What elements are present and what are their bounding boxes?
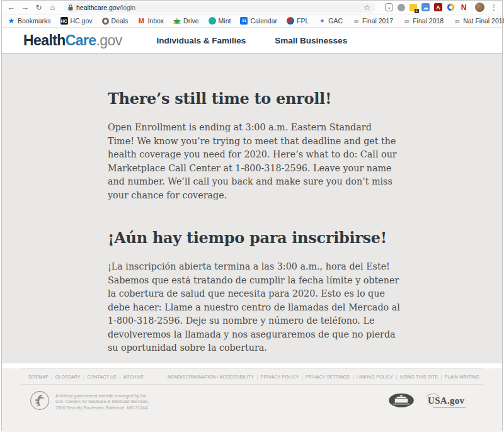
enrollment-message: There’s still time to enroll! Open Enrol…	[108, 54, 400, 373]
address-bar[interactable]: healthcare.gov/login ☆	[63, 3, 375, 13]
extensions-row: ⌄ 1 ☁ A N	[385, 3, 468, 12]
browser-window: ← → ↻ ⌂ healthcare.gov/login ☆ ⌄ 1 ☁ A N…	[1, 0, 503, 431]
notes-extension-icon[interactable]: 1	[410, 4, 417, 11]
deals-favicon	[102, 18, 109, 25]
footer-links-left: SITEMAP GLOSSARY CONTACT US ARCHIVE	[28, 375, 144, 379]
bookmark-nat-final-2018[interactable]: ss Nat Final 2018	[453, 17, 504, 25]
bookmark-label: Inbox	[147, 17, 164, 25]
agency-line-3: 7500 Security Boulevard, Baltimore, MD 2…	[55, 405, 149, 411]
sas-favicon: ss	[352, 17, 360, 25]
healthcare-gov-logo[interactable]: HealthCare.gov	[23, 32, 122, 49]
nav-small-businesses[interactable]: Small Businesses	[275, 36, 347, 45]
english-paragraph: Open Enrollment is ending at 3:00 a.m. E…	[108, 121, 400, 202]
browser-menu-icon[interactable]: ⋮	[490, 3, 498, 12]
footer-links-right: NONDISCRIMINATION / ACCESSIBILITY PRIVAC…	[168, 375, 479, 379]
home-icon[interactable]: ⌂	[47, 1, 59, 14]
url-domain: healthcare.gov	[76, 4, 120, 11]
sas-favicon: ss	[403, 17, 410, 25]
footer-bottom: A federal government website managed by …	[2, 385, 502, 413]
nav-individuals-families[interactable]: Individuals & Families	[157, 36, 246, 45]
calendar-icon: 31	[240, 17, 248, 25]
bookmark-star-icon[interactable]: ☆	[364, 3, 370, 12]
page-body: There’s still time to enroll! Open Enrol…	[2, 54, 502, 363]
bookmark-label: Final 2018	[413, 17, 444, 25]
bookmark-final-2018[interactable]: ss Final 2018	[403, 17, 444, 25]
agency-text: A federal government website managed by …	[55, 393, 149, 411]
logo-care: Care	[66, 32, 96, 48]
fpl-favicon	[287, 17, 294, 25]
acrobat-extension-icon[interactable]: A	[434, 3, 442, 11]
extension-badge: 1	[415, 9, 419, 13]
footer-link-linking-policy[interactable]: LINKING POLICY	[357, 375, 400, 379]
bookmark-label: Bookmarks	[18, 17, 51, 25]
logo-health: Health	[23, 32, 66, 48]
star-icon: ★	[8, 17, 15, 25]
bookmarks-bar: ★ Bookmarks HC HC.gov Deals M Inbox Driv…	[2, 14, 502, 28]
bookmark-fpl[interactable]: FPL	[287, 17, 309, 25]
pocket-extension-icon[interactable]: ⌄	[385, 3, 393, 11]
reload-icon[interactable]: ↻	[33, 1, 45, 14]
spanish-heading: ¡Aún hay tiempo para inscribirse!	[108, 229, 400, 247]
gmail-icon: M	[137, 17, 145, 25]
mint-icon	[209, 17, 216, 25]
forward-icon[interactable]: →	[19, 1, 31, 14]
footer-link-glossary[interactable]: GLOSSARY	[55, 375, 88, 379]
gac-favicon: ✦	[318, 17, 326, 25]
bookmark-calendar[interactable]: 31 Calendar	[240, 17, 277, 25]
drive-icon	[173, 18, 181, 24]
browser-toolbar: ← → ↻ ⌂ healthcare.gov/login ☆ ⌄ 1 ☁ A N…	[2, 1, 502, 14]
white-house-logo-icon[interactable]	[387, 392, 415, 411]
cloud-extension-icon[interactable]: ☁	[421, 3, 430, 11]
bookmark-mint[interactable]: Mint	[209, 17, 231, 25]
netflix-extension-icon[interactable]: N	[459, 3, 468, 12]
agency-line-1: A federal government website managed by …	[55, 393, 149, 399]
footer-link-privacy-policy[interactable]: PRIVACY POLICY	[261, 375, 306, 379]
site-header: HealthCare.gov Individuals & Families Sm…	[2, 28, 502, 54]
bookmark-label: FPL	[297, 17, 309, 25]
profile-avatar[interactable]	[475, 3, 484, 12]
footer-logos: USA.gov	[387, 392, 483, 411]
usagov-tagline	[433, 407, 466, 408]
lock-icon	[68, 4, 73, 11]
footer-link-using-this-site[interactable]: USING THIS SITE	[400, 375, 445, 379]
usagov-logo[interactable]: USA.gov	[428, 395, 466, 408]
sas-favicon: ss	[453, 17, 461, 25]
bookmark-deals[interactable]: Deals	[102, 17, 129, 25]
bookmark-label: Calendar	[250, 17, 277, 25]
english-heading: There’s still time to enroll!	[108, 89, 400, 108]
circle-extension-icon[interactable]	[398, 4, 405, 11]
bookmark-label: Nat Final 2018	[463, 17, 504, 25]
hcgov-favicon: HC	[60, 17, 68, 25]
logo-gov: .gov	[96, 32, 122, 48]
back-icon[interactable]: ←	[5, 1, 17, 14]
bookmark-final-2017[interactable]: ss Final 2017	[352, 17, 393, 25]
bookmark-label: HC.gov	[71, 17, 93, 25]
bookmark-label: Drive	[183, 17, 199, 25]
bookmark-label: Final 2017	[362, 17, 393, 25]
bookmark-label: Deals	[112, 17, 129, 25]
footer-link-archive[interactable]: ARCHIVE	[123, 375, 144, 379]
main-nav: Individuals & Families Small Businesses	[157, 36, 348, 45]
url-path: /login	[120, 4, 135, 11]
bookmark-inbox[interactable]: M Inbox	[137, 17, 164, 25]
spanish-paragraph: ¡La inscripción abierta termina a las 3:…	[108, 260, 400, 355]
bookmark-bookmarks[interactable]: ★ Bookmarks	[8, 17, 51, 25]
bookmark-label: GAC	[328, 17, 343, 25]
bookmark-drive[interactable]: Drive	[173, 17, 199, 25]
bookmark-label: Mint	[219, 17, 231, 25]
site-footer: SITEMAP GLOSSARY CONTACT US ARCHIVE NOND…	[2, 368, 502, 432]
footer-link-contact-us[interactable]: CONTACT US	[87, 375, 123, 379]
bookmark-hcgov[interactable]: HC HC.gov	[60, 17, 93, 25]
compass-extension-icon[interactable]	[447, 3, 455, 11]
footer-link-privacy-settings[interactable]: PRIVACY SETTINGS	[306, 375, 357, 379]
footer-link-nondiscrimination[interactable]: NONDISCRIMINATION / ACCESSIBILITY	[168, 375, 261, 379]
url-text: healthcare.gov/login	[76, 4, 135, 11]
footer-links: SITEMAP GLOSSARY CONTACT US ARCHIVE NOND…	[2, 369, 502, 384]
hhs-logo-icon	[30, 390, 50, 413]
footer-link-sitemap[interactable]: SITEMAP	[28, 375, 55, 379]
usagov-label: USA.gov	[428, 395, 464, 406]
bookmark-gac[interactable]: ✦ GAC	[318, 17, 343, 25]
footer-link-plain-writing[interactable]: PLAIN WRITING	[445, 375, 479, 379]
agency-line-2: U.S. Centers for Medicare & Medicaid Ser…	[55, 399, 149, 405]
